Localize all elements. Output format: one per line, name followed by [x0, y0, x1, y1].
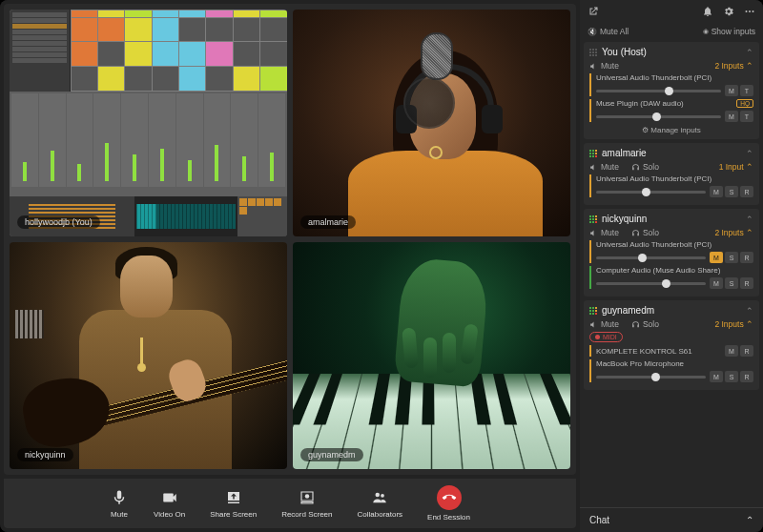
chip-S[interactable]: S [725, 186, 738, 197]
mute-toggle[interactable]: Mute [589, 319, 619, 329]
tile-label: amalmarie [300, 215, 356, 229]
volume-slider[interactable] [596, 256, 706, 259]
phone-icon [437, 485, 462, 510]
record-screen-button[interactable]: Record Screen [281, 488, 332, 519]
chip-M[interactable]: M [710, 186, 723, 197]
level-meter-icon [589, 215, 597, 223]
sidebar-header [580, 0, 763, 25]
solo-toggle[interactable]: Solo [631, 228, 659, 237]
svg-point-0 [305, 494, 310, 499]
necklace [429, 146, 443, 159]
mute-toggle[interactable]: Mute [589, 61, 619, 71]
tile-label: nickyquinn [17, 448, 73, 461]
mute-toggle[interactable]: Mute [589, 162, 619, 172]
background-keys [15, 310, 44, 338]
input-label: KOMPLETE KONTROL S61 [596, 347, 692, 356]
volume-slider[interactable] [596, 115, 721, 118]
necklace [140, 338, 143, 366]
video-tile-guynamedm[interactable]: guynamedm [293, 242, 570, 469]
chip-R[interactable]: R [740, 371, 753, 382]
solo-toggle[interactable]: Solo [631, 162, 659, 172]
level-meter-icon [589, 150, 597, 157]
tile-label: guynamedm [300, 448, 363, 461]
manage-inputs-button[interactable]: ⚙ Manage inputs [589, 126, 753, 134]
show-inputs-toggle[interactable]: Show inputs [703, 27, 755, 36]
settings-button[interactable] [723, 6, 734, 19]
inputs-count[interactable]: 2 Inputs ⌃ [714, 61, 753, 71]
finger [423, 338, 437, 378]
share-icon [224, 488, 243, 507]
chip-M[interactable]: M [710, 371, 723, 382]
chip-R[interactable]: R [740, 186, 753, 197]
input-label: MacBook Pro Microphone [596, 359, 684, 368]
end-session-button[interactable]: End Session [427, 485, 470, 522]
solo-toggle[interactable]: Solo [631, 319, 659, 329]
sidebar: Mute All Show inputs You (Host)⌃ Mute2 I… [580, 0, 763, 532]
chip-M[interactable]: M [725, 345, 738, 357]
audio-input: Universal Audio Thunderbolt (PCI)MSR [589, 240, 753, 263]
finger [443, 333, 456, 373]
collaborators-button[interactable]: Collaborators [358, 488, 403, 519]
participant-card: You (Host)⌃ Mute2 Inputs ⌃Universal Audi… [584, 42, 759, 139]
chevron-up-icon[interactable]: ⌃ [746, 48, 753, 57]
chevron-up-icon[interactable]: ⌃ [746, 215, 753, 224]
participant-card: amalmarie⌃ Mute Solo1 Input ⌃Universal A… [584, 143, 759, 205]
input-label: Muse Plugin (DAW audio) [596, 99, 684, 108]
chip-S[interactable]: S [725, 252, 738, 263]
hand [393, 256, 489, 387]
label: Video On [154, 510, 185, 519]
chip-M[interactable]: M [725, 111, 738, 122]
popout-button[interactable] [588, 6, 599, 19]
video-icon [160, 488, 179, 507]
notifications-button[interactable] [702, 6, 713, 19]
video-tile-nickyquinn[interactable]: nickyquinn [10, 242, 287, 469]
participant-name: guynamedm [602, 305, 654, 316]
volume-slider[interactable] [596, 90, 721, 92]
chip-M[interactable]: M [710, 252, 723, 263]
participant-name: nickyquinn [602, 214, 647, 224]
label: Record Screen [281, 510, 332, 519]
inputs-count[interactable]: 2 Inputs ⌃ [714, 228, 753, 237]
input-label: Universal Audio Thunderbolt (PCI) [596, 240, 711, 249]
app-root: hollywoodjb (You) amalmarie [0, 0, 763, 532]
audio-input: KOMPLETE KONTROL S61MR [589, 345, 753, 357]
input-label: Universal Audio Thunderbolt (PCI) [596, 73, 711, 82]
chip-T[interactable]: T [740, 85, 753, 96]
mute-button[interactable]: Mute [110, 488, 129, 519]
mute-toggle[interactable]: Mute [589, 228, 619, 237]
participant-card: guynamedm⌃ Mute Solo2 Inputs ⌃MIDIKOMPLE… [584, 300, 759, 390]
svg-point-4 [749, 10, 751, 12]
chevron-up-icon[interactable]: ⌃ [746, 306, 753, 316]
more-button[interactable] [744, 6, 755, 19]
participants-list: You (Host)⌃ Mute2 Inputs ⌃Universal Audi… [580, 42, 763, 507]
chip-R[interactable]: R [740, 252, 753, 263]
inputs-count[interactable]: 2 Inputs ⌃ [714, 319, 753, 329]
chip-S[interactable]: S [725, 371, 738, 382]
chevron-up-icon: ⌃ [746, 515, 753, 525]
volume-slider[interactable] [596, 191, 706, 194]
share-screen-button[interactable]: Share Screen [210, 488, 257, 519]
daw-mixer [10, 92, 287, 196]
chip-M[interactable]: M [710, 277, 723, 289]
chip-S[interactable]: S [725, 277, 738, 289]
microphone-icon [110, 488, 129, 507]
mute-all-button[interactable]: Mute All [588, 27, 629, 36]
chip-R[interactable]: R [740, 345, 753, 357]
midi-badge: MIDI [589, 332, 623, 342]
volume-slider[interactable] [596, 282, 706, 285]
video-tile-amalmarie[interactable]: amalmarie [293, 10, 570, 236]
volume-slider[interactable] [596, 376, 706, 379]
audio-input: Universal Audio Thunderbolt (PCI)MSR [589, 174, 753, 197]
chip-M[interactable]: M [725, 85, 738, 96]
inputs-count[interactable]: 1 Input ⌃ [719, 162, 753, 172]
chip-T[interactable]: T [740, 111, 753, 122]
participant-card: nickyquinn⌃ Mute Solo2 Inputs ⌃Universal… [584, 209, 759, 297]
svg-point-2 [381, 494, 384, 498]
chip-R[interactable]: R [740, 277, 753, 289]
chevron-up-icon[interactable]: ⌃ [746, 149, 753, 158]
video-tile-hollywoodjb[interactable]: hollywoodjb (You) [10, 10, 287, 236]
microphone [421, 32, 453, 80]
svg-point-1 [376, 493, 381, 498]
chat-toggle[interactable]: Chat ⌃ [580, 507, 763, 532]
video-button[interactable]: Video On [154, 488, 185, 519]
